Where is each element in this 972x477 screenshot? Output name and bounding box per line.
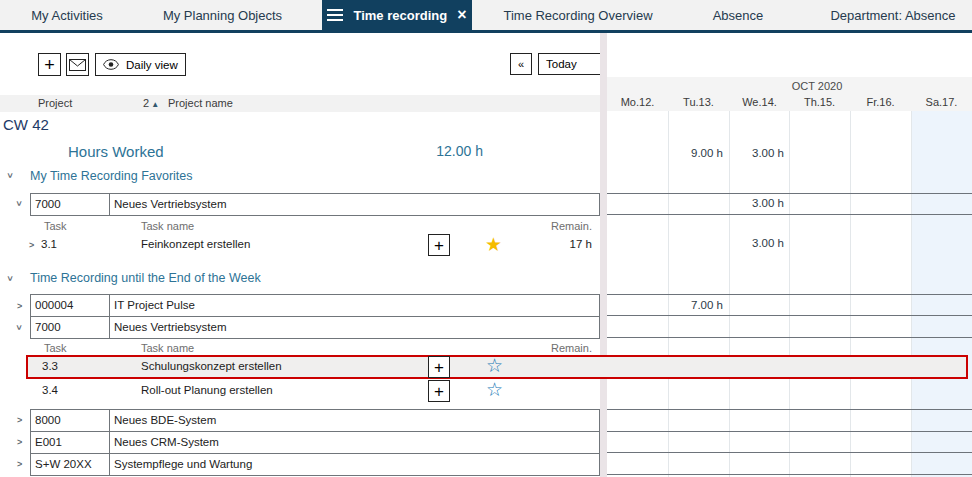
chevron-right-icon[interactable]: > (17, 302, 22, 311)
project-code-cell[interactable]: 000004 (31, 295, 110, 316)
today-button[interactable]: Today (538, 53, 606, 75)
project-code-cell[interactable]: E001 (31, 432, 110, 453)
add-hours-button[interactable]: + (428, 234, 450, 256)
project-code-cell[interactable]: 7000 (31, 317, 110, 338)
hours-cell-tu-it-project-pulse[interactable]: 7.00 h (668, 299, 723, 311)
tab-my-planning-objects[interactable]: My Planning Objects (150, 0, 295, 30)
hours-cell-tu-total[interactable]: 9.00 h (668, 147, 723, 159)
favorites-section-title[interactable]: My Time Recording Favorites (30, 169, 193, 183)
task-name[interactable]: Roll-out Planung erstellen (141, 384, 273, 396)
task-id[interactable]: 3.1 (41, 238, 57, 250)
tab-label: Time Recording Overview (503, 8, 652, 23)
project-column-header[interactable]: Project (38, 97, 72, 109)
time-recording-app: My Activities My Planning Objects Time r… (0, 0, 972, 477)
tab-time-recording[interactable]: Time recording × (322, 0, 472, 30)
calendar-month-label: OCT 2020 (757, 80, 877, 92)
left-column-header: Project 2▲ Project name (0, 95, 600, 112)
project-row-7000[interactable]: 7000 Neues Vertriebsystem (31, 317, 599, 338)
project-row-e001[interactable]: E001 Neues CRM-System (31, 432, 599, 454)
tab-label: Department: Absence (830, 8, 955, 23)
star-filled-icon[interactable]: ★ (485, 235, 502, 254)
day-header-mo12[interactable]: Mo.12. (607, 96, 668, 108)
grid-row-line (607, 431, 972, 432)
project-name-cell[interactable]: Neues BDE-System (110, 410, 216, 431)
project-row-000004[interactable]: 000004 IT Project Pulse (31, 295, 599, 317)
hours-cell-we-fav-project[interactable]: 3.00 h (729, 197, 784, 209)
tab-department-absence[interactable]: Department: Absence (820, 0, 966, 30)
plus-icon: + (434, 383, 444, 400)
chevron-right-icon[interactable]: > (17, 416, 22, 425)
task-name[interactable]: Schulungskonzept erstellen (141, 360, 282, 372)
tab-label: Absence (713, 8, 764, 23)
grid-row-line (607, 294, 972, 295)
grid-row-line (607, 337, 972, 338)
hours-worked-label: Hours Worked (68, 143, 164, 160)
task-column-header: Task (44, 342, 67, 354)
chevron-right-icon[interactable]: > (29, 241, 34, 250)
chevron-down-icon[interactable]: > (5, 276, 14, 281)
menu-icon[interactable] (327, 9, 343, 22)
chevron-down-icon[interactable]: > (14, 325, 23, 330)
day-header-th15[interactable]: Th.15. (789, 96, 850, 108)
project-name-cell[interactable]: IT Project Pulse (110, 295, 195, 316)
star-outline-icon[interactable]: ☆ (486, 356, 503, 375)
plus-icon: + (44, 56, 55, 74)
project-name-column-header[interactable]: Project name (168, 97, 233, 109)
project-code-cell[interactable]: 7000 (31, 194, 110, 215)
project-code-cell[interactable]: 8000 (31, 410, 110, 431)
project-name-cell[interactable]: Systempflege und Wartung (110, 454, 252, 475)
grid-row-line (607, 214, 972, 215)
day-header-tu13[interactable]: Tu.13. (668, 96, 729, 108)
tab-bar-underline (0, 30, 972, 33)
day-header-we14[interactable]: We.14. (729, 96, 790, 108)
sort-indicator[interactable]: 2▲ (143, 97, 159, 109)
daily-view-label: Daily view (126, 59, 178, 71)
project-name-cell[interactable]: Neues CRM-System (110, 432, 219, 453)
project-row-sw20xx[interactable]: S+W 20XX Systempflege und Wartung (31, 454, 599, 475)
chevron-right-icon[interactable]: > (17, 460, 22, 469)
day-header-fr16[interactable]: Fr.16. (850, 96, 911, 108)
chevron-down-icon[interactable]: > (14, 201, 23, 206)
tab-bar: My Activities My Planning Objects Time r… (0, 0, 972, 30)
tab-absence[interactable]: Absence (700, 0, 776, 30)
add-hours-button[interactable]: + (428, 380, 450, 402)
plus-icon: + (434, 237, 444, 254)
sort-rank: 2 (143, 97, 149, 109)
remaining-column-header: Remain. (500, 342, 592, 354)
week-section-title[interactable]: Time Recording until the End of the Week (30, 271, 261, 285)
star-outline-icon[interactable]: ☆ (486, 380, 503, 399)
hours-worked-total: 12.00 h (380, 143, 483, 159)
project-name-cell[interactable]: Neues Vertriebsystem (110, 317, 227, 338)
chevron-down-icon[interactable]: > (5, 173, 14, 178)
panel-splitter[interactable] (600, 33, 607, 477)
envelope-icon (69, 59, 86, 71)
sort-ascending-icon: ▲ (151, 100, 159, 109)
mail-button[interactable] (66, 53, 89, 76)
project-rows-group: 8000 Neues BDE-System E001 Neues CRM-Sys… (30, 409, 600, 476)
add-time-entry-button[interactable]: + (38, 53, 61, 76)
tab-my-activities[interactable]: My Activities (8, 0, 126, 30)
hours-cell-we-total[interactable]: 3.00 h (729, 147, 784, 159)
add-hours-button[interactable]: + (428, 356, 450, 378)
day-header-sa17[interactable]: Sa.17. (911, 96, 972, 108)
project-rows-group: 000004 IT Project Pulse 7000 Neues Vertr… (30, 294, 600, 339)
project-code-cell[interactable]: S+W 20XX (31, 454, 110, 475)
chevron-right-icon[interactable]: > (17, 438, 22, 447)
hours-cell-we-fav-task[interactable]: 3.00 h (729, 237, 784, 249)
tab-label: My Activities (31, 8, 103, 23)
remaining-column-header: Remain. (500, 220, 592, 232)
task-name[interactable]: Feinkonzept erstellen (141, 238, 250, 250)
today-label: Today (546, 58, 577, 70)
eye-icon (103, 59, 119, 70)
project-name-cell[interactable]: Neues Vertriebsystem (110, 194, 227, 215)
task-id[interactable]: 3.3 (42, 360, 58, 372)
task-id[interactable]: 3.4 (42, 384, 58, 396)
project-row-8000[interactable]: 8000 Neues BDE-System (31, 410, 599, 432)
tab-time-recording-overview[interactable]: Time Recording Overview (492, 0, 664, 30)
previous-week-button[interactable]: « (510, 53, 532, 75)
task-name-column-header: Task name (141, 220, 194, 232)
close-icon[interactable]: × (457, 7, 466, 23)
project-row-favorite-7000[interactable]: 7000 Neues Vertriebsystem (30, 193, 600, 216)
grid-row-line (607, 409, 972, 410)
daily-view-button[interactable]: Daily view (95, 53, 186, 76)
